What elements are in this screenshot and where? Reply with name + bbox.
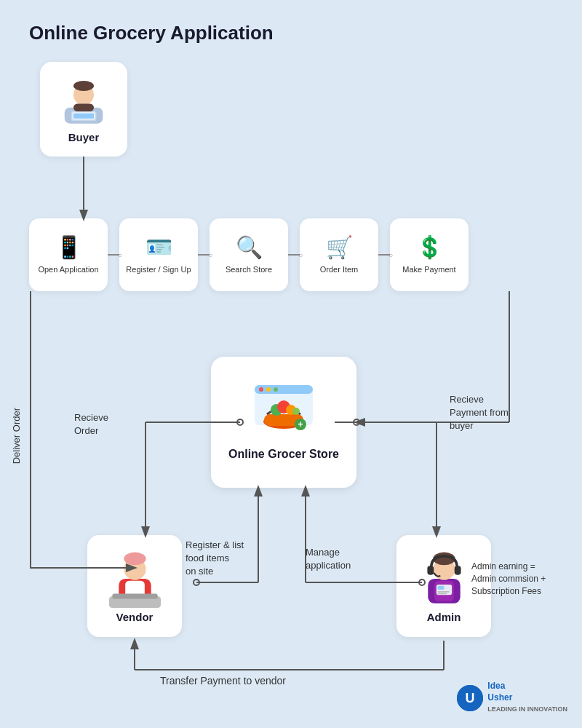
vendor-label: Vendor [116,611,154,623]
svg-point-5 [73,81,94,91]
receive-payment-label: RecievePayment frombuyer [450,393,509,433]
mobile-icon: 📱 [55,234,82,260]
step-open-application[interactable]: 📱 Open Application [29,218,108,291]
store-label: Online Grocer Store [228,448,339,461]
store-box: + Online Grocer Store [211,357,356,488]
buyer-label: Buyer [68,131,100,143]
svg-rect-30 [427,566,434,574]
svg-text:+: + [298,419,303,430]
svg-rect-35 [437,593,446,594]
admin-earning-label: Admin earning =Admin commsion +Subscript… [471,561,546,597]
svg-text:U: U [466,691,475,705]
buyer-avatar [58,76,109,127]
search-icon: 🔍 [236,234,263,260]
receive-order-label: RecieveOrder [74,411,108,438]
svg-point-46 [194,579,199,585]
svg-rect-34 [437,590,449,592]
admin-label: Admin [427,611,461,623]
vendor-avatar [108,550,162,608]
logo-box: U Idea Usher LEADING IN INNOVATION [457,681,567,715]
step-search-label: Search Store [226,264,272,274]
step-search-store[interactable]: 🔍 Search Store [210,218,288,291]
svg-rect-3 [73,113,94,118]
step-order-label: Order Item [320,264,359,274]
register-list-label: Register & listfood itemson site [186,539,244,579]
admin-avatar [417,550,471,608]
logo-icon: U [457,685,483,711]
svg-rect-6 [73,103,94,111]
transfer-payment-label: Transfer Payment to vendor [160,674,286,689]
svg-point-9 [259,387,263,392]
cart-icon: 🛒 [326,234,353,260]
page-title: Online Grocery Application [29,22,274,44]
payment-icon: 💲 [416,234,443,260]
buyer-box: Buyer [40,62,127,157]
svg-point-23 [124,552,146,565]
vendor-box: Vendor [87,535,182,637]
svg-point-11 [274,387,278,392]
step-open-label: Open Application [38,264,98,274]
deliver-order-label: Deliver Order [10,408,23,464]
logo-text: Idea Usher LEADING IN INNOVATION [487,681,567,715]
svg-rect-31 [454,566,461,574]
svg-point-17 [292,408,300,415]
register-icon: 🪪 [146,234,172,260]
svg-point-10 [266,387,271,392]
svg-rect-25 [112,593,157,598]
step-register[interactable]: 🪪 Register / Sign Up [119,218,198,291]
svg-rect-33 [437,585,444,589]
step-make-payment[interactable]: 💲 Make Payment [390,218,469,291]
store-icon: + [251,384,316,442]
step-order-item[interactable]: 🛒 Order Item [300,218,378,291]
steps-row: 📱 Open Application ○ 🪪 Register / Sign U… [29,218,469,291]
step-payment-label: Make Payment [402,264,455,274]
manage-app-label: Manageapplication [306,546,351,572]
step-register-label: Register / Sign Up [126,264,191,274]
